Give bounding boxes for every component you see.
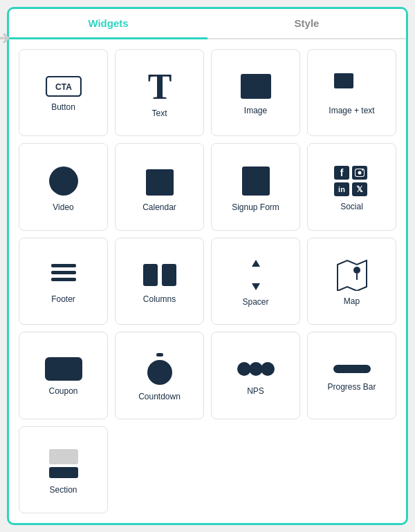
widget-footer-label: Footer [51,294,75,304]
svg-rect-3 [241,74,271,99]
svg-point-34 [362,169,363,171]
svg-rect-43 [162,264,176,286]
widget-text[interactable]: T Text [115,49,204,136]
widget-calendar[interactable]: Calendar [115,143,204,230]
widget-spacer-label: Spacer [242,297,268,307]
widget-columns[interactable]: Columns [115,238,204,325]
countdown-icon [144,352,176,386]
svg-text:%: % [64,363,73,374]
svg-marker-48 [338,260,367,291]
widget-progress-bar[interactable]: Progress Bar [307,332,396,419]
image-text-icon [333,73,371,100]
svg-point-64 [241,366,242,368]
map-icon [336,259,368,291]
svg-point-51 [353,267,360,274]
svg-point-67 [252,366,254,368]
widget-button[interactable]: CTA Button [19,49,108,136]
svg-rect-60 [156,353,163,357]
widget-progress-bar-label: Progress Bar [327,382,376,392]
widget-image-text[interactable]: Image + text [307,49,396,136]
widget-signup-form[interactable]: Signup Form [211,143,300,230]
svg-rect-75 [49,449,78,464]
calendar-icon [145,165,175,197]
widget-text-label: Text [151,108,167,118]
widget-coupon-label: Coupon [48,386,77,396]
columns-icon [142,261,178,289]
widget-video[interactable]: Video [19,143,108,230]
tab-style[interactable]: Style [208,9,406,38]
footer-icon [48,261,79,289]
svg-point-71 [264,366,266,368]
svg-point-6 [338,77,342,81]
svg-point-4 [246,79,252,85]
widget-panel: Widgets Style CTA Button T [7,7,408,525]
svg-marker-46 [252,283,260,290]
widgets-grid: CTA Button T Text [9,39,406,523]
svg-point-65 [245,366,246,368]
widget-map-label: Map [344,296,360,306]
widget-footer[interactable]: Footer [19,238,108,325]
button-icon: CTA [46,76,82,97]
svg-text:in: in [338,185,345,193]
progress-bar-icon [333,361,371,377]
svg-point-63 [238,363,250,375]
svg-point-66 [250,363,262,375]
widget-calendar-label: Calendar [142,202,176,212]
svg-text:CTA: CTA [55,82,72,92]
widget-image-label: Image [244,106,267,115]
widget-coupon[interactable]: $ % Coupon [19,332,108,419]
svg-point-70 [261,363,274,375]
svg-point-33 [358,171,361,174]
image-icon [239,73,273,100]
nps-icon [237,357,275,381]
svg-rect-16 [151,180,157,185]
svg-point-68 [257,366,258,368]
tab-widgets[interactable]: Widgets [9,9,208,39]
svg-rect-42 [143,264,158,286]
signup-form-icon [241,165,271,197]
widget-nps-label: NPS [247,386,264,396]
widget-image-text-label: Image + text [329,106,374,115]
svg-point-72 [268,366,270,368]
svg-rect-39 [51,264,76,267]
svg-rect-41 [51,278,76,281]
widget-countdown-label: Countdown [138,392,181,401]
widget-signup-form-label: Signup Form [232,202,279,212]
svg-marker-45 [252,260,260,267]
tab-bar: Widgets Style [9,9,406,39]
widget-social[interactable]: f in 𝕏 Social [307,143,396,230]
widget-section-label: Section [49,485,77,495]
widget-social-label: Social [340,202,363,211]
section-icon [48,448,80,479]
widget-countdown[interactable]: Countdown [115,332,204,419]
widget-spacer[interactable]: Spacer [211,238,300,325]
svg-rect-40 [51,271,76,274]
social-icon: f in 𝕏 [334,166,370,196]
svg-text:T: T [147,70,172,103]
widget-video-label: Video [53,202,73,212]
widget-image[interactable]: Image [211,49,300,136]
widget-columns-label: Columns [143,294,176,304]
panel-wrapper: ➜ Widgets Style CTA Button T [7,7,408,525]
widget-button-label: Button [51,102,75,112]
video-icon [48,165,80,197]
svg-text:$: $ [47,363,53,374]
coupon-icon: $ % [45,357,82,381]
widget-map[interactable]: Map [307,238,396,325]
widget-section[interactable]: Section [19,426,108,513]
text-icon: T [146,70,174,103]
svg-text:𝕏: 𝕏 [356,184,363,194]
spacer-icon [241,258,271,292]
svg-rect-74 [335,367,356,371]
svg-rect-76 [49,467,78,478]
widget-nps[interactable]: NPS [211,332,300,419]
arrow-icon: ➜ [0,26,10,49]
svg-text:f: f [340,167,343,178]
